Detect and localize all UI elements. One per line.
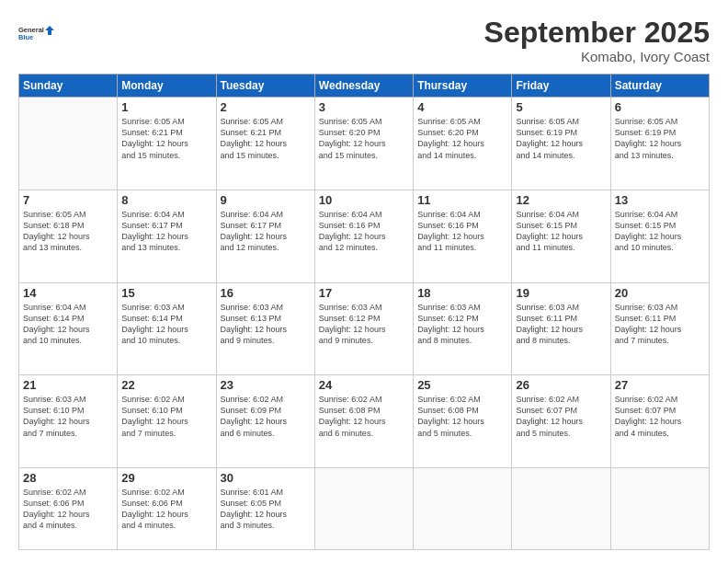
- day-cell: [414, 467, 512, 549]
- week-row-3: 14Sunrise: 6:04 AM Sunset: 6:14 PM Dayli…: [19, 282, 710, 375]
- day-info: Sunrise: 6:02 AM Sunset: 6:06 PM Dayligh…: [121, 487, 211, 532]
- day-info: Sunrise: 6:03 AM Sunset: 6:13 PM Dayligh…: [221, 302, 311, 347]
- day-number: 13: [615, 193, 705, 207]
- day-cell: [610, 467, 709, 549]
- day-number: 14: [23, 286, 113, 300]
- day-cell: 28Sunrise: 6:02 AM Sunset: 6:06 PM Dayli…: [19, 467, 118, 549]
- day-number: 6: [615, 100, 705, 114]
- day-number: 18: [417, 286, 507, 300]
- day-cell: 24Sunrise: 6:02 AM Sunset: 6:08 PM Dayli…: [314, 375, 413, 468]
- day-cell: 12Sunrise: 6:04 AM Sunset: 6:15 PM Dayli…: [512, 190, 610, 282]
- week-row-4: 21Sunrise: 6:03 AM Sunset: 6:10 PM Dayli…: [19, 375, 710, 468]
- day-number: 24: [319, 378, 409, 392]
- day-cell: 14Sunrise: 6:04 AM Sunset: 6:14 PM Dayli…: [19, 282, 118, 375]
- day-number: 16: [221, 286, 311, 300]
- day-cell: 22Sunrise: 6:02 AM Sunset: 6:10 PM Dayli…: [118, 375, 216, 468]
- header-day-monday: Monday: [118, 75, 216, 98]
- day-cell: 30Sunrise: 6:01 AM Sunset: 6:05 PM Dayli…: [216, 467, 314, 549]
- day-cell: [314, 467, 413, 549]
- day-info: Sunrise: 6:04 AM Sunset: 6:17 PM Dayligh…: [121, 209, 211, 254]
- day-info: Sunrise: 6:03 AM Sunset: 6:10 PM Dayligh…: [23, 394, 113, 439]
- header-day-tuesday: Tuesday: [216, 75, 314, 98]
- day-cell: 26Sunrise: 6:02 AM Sunset: 6:07 PM Dayli…: [512, 375, 610, 468]
- day-cell: 27Sunrise: 6:02 AM Sunset: 6:07 PM Dayli…: [610, 375, 709, 468]
- day-info: Sunrise: 6:04 AM Sunset: 6:14 PM Dayligh…: [23, 302, 113, 347]
- day-cell: 5Sunrise: 6:05 AM Sunset: 6:19 PM Daylig…: [512, 98, 610, 190]
- header-day-thursday: Thursday: [414, 75, 512, 98]
- day-info: Sunrise: 6:03 AM Sunset: 6:14 PM Dayligh…: [121, 302, 211, 347]
- week-row-5: 28Sunrise: 6:02 AM Sunset: 6:06 PM Dayli…: [19, 467, 710, 549]
- day-info: Sunrise: 6:03 AM Sunset: 6:11 PM Dayligh…: [516, 302, 606, 347]
- day-cell: 3Sunrise: 6:05 AM Sunset: 6:20 PM Daylig…: [314, 98, 413, 190]
- day-info: Sunrise: 6:03 AM Sunset: 6:12 PM Dayligh…: [319, 302, 409, 347]
- day-cell: 11Sunrise: 6:04 AM Sunset: 6:16 PM Dayli…: [414, 190, 512, 282]
- svg-text:Blue: Blue: [18, 33, 33, 41]
- day-info: Sunrise: 6:03 AM Sunset: 6:11 PM Dayligh…: [615, 302, 705, 347]
- month-title: September 2025: [484, 17, 710, 49]
- day-number: 19: [516, 286, 606, 300]
- day-info: Sunrise: 6:05 AM Sunset: 6:19 PM Dayligh…: [516, 116, 606, 161]
- day-cell: 19Sunrise: 6:03 AM Sunset: 6:11 PM Dayli…: [512, 282, 610, 375]
- day-number: 10: [319, 193, 409, 207]
- day-info: Sunrise: 6:02 AM Sunset: 6:06 PM Dayligh…: [23, 487, 113, 532]
- day-number: 21: [23, 378, 113, 392]
- day-number: 20: [615, 286, 705, 300]
- day-info: Sunrise: 6:02 AM Sunset: 6:10 PM Dayligh…: [121, 394, 211, 439]
- day-number: 27: [615, 378, 705, 392]
- day-cell: 29Sunrise: 6:02 AM Sunset: 6:06 PM Dayli…: [118, 467, 216, 549]
- header-day-wednesday: Wednesday: [314, 75, 413, 98]
- day-cell: [19, 98, 118, 190]
- day-info: Sunrise: 6:05 AM Sunset: 6:21 PM Dayligh…: [121, 116, 211, 161]
- day-info: Sunrise: 6:04 AM Sunset: 6:15 PM Dayligh…: [615, 209, 705, 254]
- day-info: Sunrise: 6:05 AM Sunset: 6:19 PM Dayligh…: [615, 116, 705, 161]
- day-info: Sunrise: 6:04 AM Sunset: 6:16 PM Dayligh…: [319, 209, 409, 254]
- day-info: Sunrise: 6:04 AM Sunset: 6:17 PM Dayligh…: [221, 209, 311, 254]
- svg-marker-2: [45, 26, 54, 35]
- day-cell: 9Sunrise: 6:04 AM Sunset: 6:17 PM Daylig…: [216, 190, 314, 282]
- calendar-table: SundayMondayTuesdayWednesdayThursdayFrid…: [18, 74, 710, 550]
- day-cell: 10Sunrise: 6:04 AM Sunset: 6:16 PM Dayli…: [314, 190, 413, 282]
- day-number: 17: [319, 286, 409, 300]
- day-cell: 8Sunrise: 6:04 AM Sunset: 6:17 PM Daylig…: [118, 190, 216, 282]
- location-title: Komabo, Ivory Coast: [484, 49, 710, 64]
- day-info: Sunrise: 6:01 AM Sunset: 6:05 PM Dayligh…: [221, 487, 311, 532]
- day-cell: 13Sunrise: 6:04 AM Sunset: 6:15 PM Dayli…: [610, 190, 709, 282]
- day-number: 4: [417, 100, 507, 114]
- day-number: 29: [121, 471, 211, 485]
- header: General Blue September 2025 Komabo, Ivor…: [18, 17, 710, 64]
- day-info: Sunrise: 6:02 AM Sunset: 6:08 PM Dayligh…: [319, 394, 409, 439]
- day-info: Sunrise: 6:02 AM Sunset: 6:09 PM Dayligh…: [221, 394, 311, 439]
- calendar-page: General Blue September 2025 Komabo, Ivor…: [0, 0, 728, 563]
- logo: General Blue: [18, 17, 55, 50]
- day-info: Sunrise: 6:02 AM Sunset: 6:07 PM Dayligh…: [615, 394, 705, 439]
- title-block: September 2025 Komabo, Ivory Coast: [484, 17, 710, 64]
- day-number: 3: [319, 100, 409, 114]
- day-cell: [512, 467, 610, 549]
- day-cell: 7Sunrise: 6:05 AM Sunset: 6:18 PM Daylig…: [19, 190, 118, 282]
- day-info: Sunrise: 6:05 AM Sunset: 6:20 PM Dayligh…: [417, 116, 507, 161]
- logo-svg: General Blue: [18, 17, 55, 50]
- header-row: SundayMondayTuesdayWednesdayThursdayFrid…: [19, 75, 710, 98]
- day-number: 7: [23, 193, 113, 207]
- day-info: Sunrise: 6:02 AM Sunset: 6:08 PM Dayligh…: [417, 394, 507, 439]
- day-number: 2: [221, 100, 311, 114]
- day-number: 11: [417, 193, 507, 207]
- day-cell: 25Sunrise: 6:02 AM Sunset: 6:08 PM Dayli…: [414, 375, 512, 468]
- day-cell: 20Sunrise: 6:03 AM Sunset: 6:11 PM Dayli…: [610, 282, 709, 375]
- day-number: 28: [23, 471, 113, 485]
- day-cell: 2Sunrise: 6:05 AM Sunset: 6:21 PM Daylig…: [216, 98, 314, 190]
- day-cell: 4Sunrise: 6:05 AM Sunset: 6:20 PM Daylig…: [414, 98, 512, 190]
- day-cell: 16Sunrise: 6:03 AM Sunset: 6:13 PM Dayli…: [216, 282, 314, 375]
- day-number: 23: [221, 378, 311, 392]
- day-info: Sunrise: 6:05 AM Sunset: 6:21 PM Dayligh…: [221, 116, 311, 161]
- week-row-1: 1Sunrise: 6:05 AM Sunset: 6:21 PM Daylig…: [19, 98, 710, 190]
- header-day-sunday: Sunday: [19, 75, 118, 98]
- day-cell: 23Sunrise: 6:02 AM Sunset: 6:09 PM Dayli…: [216, 375, 314, 468]
- day-cell: 21Sunrise: 6:03 AM Sunset: 6:10 PM Dayli…: [19, 375, 118, 468]
- day-number: 5: [516, 100, 606, 114]
- day-number: 15: [121, 286, 211, 300]
- day-cell: 17Sunrise: 6:03 AM Sunset: 6:12 PM Dayli…: [314, 282, 413, 375]
- day-info: Sunrise: 6:02 AM Sunset: 6:07 PM Dayligh…: [516, 394, 606, 439]
- day-info: Sunrise: 6:05 AM Sunset: 6:18 PM Dayligh…: [23, 209, 113, 254]
- week-row-2: 7Sunrise: 6:05 AM Sunset: 6:18 PM Daylig…: [19, 190, 710, 282]
